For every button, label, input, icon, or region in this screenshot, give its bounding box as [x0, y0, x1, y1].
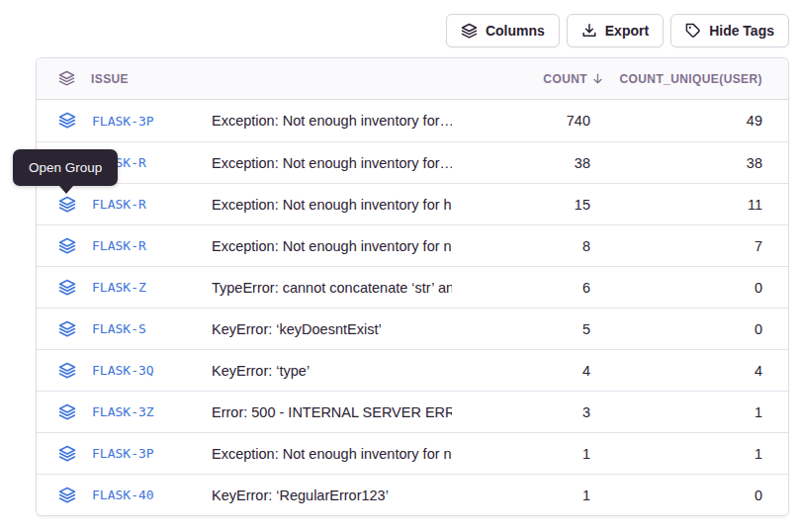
count-value: 1: [452, 488, 590, 503]
table-row: FLASK-S KeyError: ‘keyDoesntExist’ 5 0: [37, 308, 788, 349]
count-value: 6: [452, 280, 590, 296]
tag-icon: [685, 23, 701, 39]
table-header: ISSUE COUNT COUNT_UNIQUE(USER): [37, 58, 788, 100]
export-button-label: Export: [605, 23, 649, 39]
layers-icon: [461, 23, 478, 40]
count-unique-value: 11: [590, 197, 788, 213]
column-header-issue-label: ISSUE: [91, 72, 129, 86]
count-unique-value: 1: [590, 404, 788, 420]
issue-link[interactable]: FLASK-3P: [92, 446, 154, 461]
issue-link[interactable]: FLASK-R: [92, 197, 146, 212]
count-value: 3: [452, 404, 590, 420]
count-unique-value: 1: [590, 446, 788, 462]
count-value: 15: [452, 197, 590, 213]
issue-link[interactable]: FLASK-3Z: [92, 404, 154, 419]
issue-title: Exception: Not enough inventory for n…: [212, 446, 452, 462]
issue-title: Exception: Not enough inventory for n…: [212, 238, 452, 254]
count-unique-value: 49: [590, 113, 788, 129]
count-value: 4: [452, 363, 590, 379]
table-row: FLASK-R Exception: Not enough inventory …: [37, 224, 788, 266]
column-header-count[interactable]: COUNT: [452, 72, 590, 86]
issue-link[interactable]: FLASK-R: [92, 238, 146, 253]
download-icon: [581, 23, 597, 39]
layers-icon[interactable]: [58, 196, 76, 214]
issue-cell: FLASK-S: [37, 320, 212, 338]
count-value: 8: [452, 238, 590, 254]
count-value: 5: [452, 321, 590, 337]
table-row: FLASK-40 KeyError: ‘RegularError123’ 1 0: [37, 474, 788, 515]
count-value: 740: [452, 113, 590, 129]
table-body: FLASK-3P Exception: Not enough inventory…: [37, 100, 788, 515]
issue-cell: FLASK-40: [37, 487, 212, 504]
export-button[interactable]: Export: [567, 14, 664, 47]
count-unique-value: 0: [590, 280, 788, 296]
layers-icon[interactable]: [58, 237, 76, 255]
issue-title: KeyError: ‘RegularError123’: [212, 488, 452, 503]
toolbar: Columns Export Hide Tags: [446, 14, 789, 47]
table-row: FLASK-3P Exception: Not enough inventory…: [37, 432, 788, 474]
issue-cell: FLASK-3P: [37, 445, 212, 463]
issue-cell: FLASK-3Z: [37, 403, 212, 421]
issue-link[interactable]: FLASK-3Q: [92, 363, 154, 378]
issue-link[interactable]: FLASK-S: [92, 321, 146, 336]
layers-icon[interactable]: [58, 403, 76, 421]
columns-button[interactable]: Columns: [446, 14, 560, 47]
table-row: FLASK-R Exception: Not enough inventory …: [37, 183, 788, 224]
issue-title: Error: 500 - INTERNAL SERVER ERROR: [212, 404, 452, 420]
issue-link[interactable]: FLASK-3P: [92, 114, 154, 129]
layers-icon[interactable]: [58, 487, 76, 504]
issue-title: KeyError: ‘keyDoesntExist’: [212, 321, 452, 337]
table-row: FLASK-3Q KeyError: ‘type’ 4 4: [37, 349, 788, 391]
table-row: FLASK-Z TypeError: cannot concatenate ‘s…: [37, 266, 788, 308]
columns-button-label: Columns: [486, 23, 545, 39]
count-value: 38: [452, 155, 590, 171]
issue-title: Exception: Not enough inventory for h…: [212, 197, 452, 213]
count-value: 1: [452, 446, 590, 462]
issue-cell: FLASK-3P: [37, 112, 212, 130]
table-row: FLASK-3Z Error: 500 - INTERNAL SERVER ER…: [37, 391, 788, 432]
count-unique-value: 7: [590, 238, 788, 254]
open-group-tooltip-label: Open Group: [29, 160, 102, 175]
layers-icon: [58, 70, 75, 87]
column-header-count-unique[interactable]: COUNT_UNIQUE(USER): [590, 72, 788, 86]
layers-icon[interactable]: [58, 320, 76, 338]
column-header-issue[interactable]: ISSUE: [37, 70, 212, 87]
issue-link[interactable]: FLASK-40: [92, 488, 154, 502]
count-unique-value: 0: [590, 488, 788, 503]
layers-icon[interactable]: [58, 112, 76, 130]
issue-title: Exception: Not enough inventory for…: [212, 113, 452, 129]
column-header-count-label: COUNT: [543, 72, 587, 86]
open-group-tooltip: Open Group: [13, 149, 118, 186]
table-row: FLASK-R Exception: Not enough inventory …: [37, 141, 788, 183]
issues-table: ISSUE COUNT COUNT_UNIQUE(USER): [36, 57, 789, 516]
issue-cell: FLASK-R: [37, 237, 212, 255]
page: Columns Export Hide Tags: [0, 0, 798, 532]
layers-icon[interactable]: [58, 362, 76, 380]
hide-tags-button-label: Hide Tags: [709, 23, 774, 39]
table-row: FLASK-3P Exception: Not enough inventory…: [37, 100, 788, 141]
tooltip-arrow-icon: [59, 186, 73, 194]
count-unique-value: 0: [590, 321, 788, 337]
issue-cell: FLASK-Z: [37, 279, 212, 297]
column-header-count-unique-label: COUNT_UNIQUE(USER): [619, 72, 762, 86]
count-unique-value: 38: [590, 155, 788, 171]
count-unique-value: 4: [590, 363, 788, 379]
issue-cell: FLASK-3Q: [37, 362, 212, 380]
issue-cell: FLASK-R: [37, 196, 212, 214]
issue-title: Exception: Not enough inventory for…: [212, 155, 452, 171]
issue-title: TypeError: cannot concatenate ‘str’ an…: [212, 280, 452, 296]
layers-icon[interactable]: [58, 279, 76, 297]
issue-title: KeyError: ‘type’: [212, 363, 452, 379]
layers-icon[interactable]: [58, 445, 76, 463]
issue-link[interactable]: FLASK-Z: [92, 280, 146, 295]
hide-tags-button[interactable]: Hide Tags: [670, 14, 789, 47]
